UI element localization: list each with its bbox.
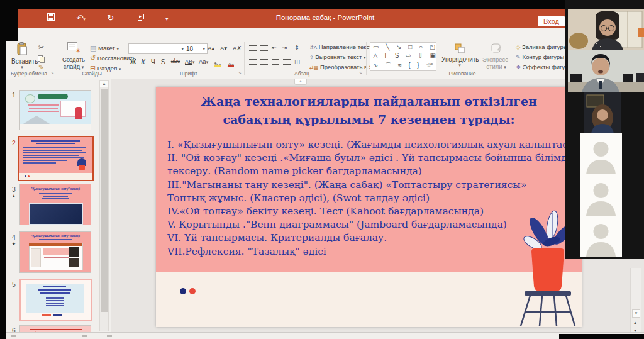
shrink-font-icon[interactable]: А▾ xyxy=(220,45,227,52)
slides-group-label: Слайды xyxy=(60,70,123,77)
thumbnail-scrollbar-thumb[interactable] xyxy=(101,89,108,312)
shape-fill-button[interactable]: ◇ Заливка фигуры ▾ xyxy=(516,43,572,50)
highlight-color-button[interactable]: ✎▾ xyxy=(214,58,221,69)
shapes-scroll-up-icon[interactable]: ∧ xyxy=(430,43,433,48)
change-case-button[interactable]: Aa▾ xyxy=(199,58,208,65)
avatar-placeholder-icon[interactable] xyxy=(580,133,622,174)
bullets-icon[interactable] xyxy=(249,45,257,51)
paste-button[interactable]: Вставить ▾ xyxy=(11,42,33,70)
slide-thumbnail-1[interactable] xyxy=(19,90,91,130)
cut-icon[interactable]: ✂ xyxy=(36,43,46,52)
thumb-number-2: 2 xyxy=(9,139,18,147)
avatar-placeholder-icon[interactable] xyxy=(580,175,622,216)
thumb-number-5: 5 xyxy=(9,281,18,288)
numbering-icon[interactable] xyxy=(260,45,268,51)
decor-dot-navy xyxy=(180,288,186,294)
ribbon: Вставить ▾ ✂ ✎ Буфер обмена ↘ ✶ Создать … xyxy=(6,41,644,79)
webcam-woman-glasses xyxy=(568,9,644,50)
decor-dot-red xyxy=(189,288,196,294)
quick-styles-button[interactable]: Экспресс- стили ▾ xyxy=(480,43,512,70)
screen-mask-bottom xyxy=(559,334,644,339)
new-slide-icon: ✶ xyxy=(67,42,80,53)
thumb-3-animation-star-icon: ★ xyxy=(9,194,18,199)
clipboard-icon xyxy=(16,42,28,55)
participant-placeholders xyxy=(580,133,622,257)
slide-thumbnail-2-selected[interactable] xyxy=(18,136,94,181)
thumb-number-1: 1 xyxy=(9,91,18,99)
align-right-icon[interactable] xyxy=(272,59,279,65)
svg-text:✶: ✶ xyxy=(75,47,80,53)
clear-formatting-icon[interactable]: А✗ xyxy=(233,45,242,52)
powerpoint-window: ↶▾ ↻ ▾ Понорама сабақ - PowerPoint Вход … xyxy=(6,9,644,339)
italic-button[interactable]: К xyxy=(138,58,148,65)
sign-in-button[interactable]: Вход xyxy=(538,16,565,26)
paragraph-group-label: Абзац xyxy=(277,70,327,77)
slide-title: Жаңа техналогияларды пайдаланып өткізілг… xyxy=(156,92,582,129)
slide-area-scrollbar[interactable]: ▼ ▲ ▼ xyxy=(630,268,641,333)
shapes-more-icon[interactable]: ≡ xyxy=(430,62,433,66)
layout-button[interactable]: ▤ Макет ▾ xyxy=(90,44,119,52)
participant-video-1[interactable] xyxy=(568,9,644,50)
align-text-button[interactable]: ⇳ Выровнять текст ▾ xyxy=(309,53,366,60)
quick-styles-icon xyxy=(491,43,502,53)
avatar-placeholder-icon[interactable] xyxy=(580,216,622,257)
character-spacing-button[interactable]: АВ▾ xyxy=(185,58,195,65)
status-glyph xyxy=(107,335,112,337)
font-color-button[interactable]: А▾ xyxy=(228,58,234,69)
bold-button[interactable]: Ж xyxy=(128,58,138,65)
scrollbar-down-icon[interactable]: ▼ xyxy=(632,309,640,318)
webcam-man-suit xyxy=(568,50,644,92)
align-center-icon[interactable] xyxy=(260,59,268,65)
shape-outline-button[interactable]: ✎ Контур фигуры ▾ xyxy=(516,53,568,60)
status-glyph xyxy=(82,335,87,337)
font-name-combobox[interactable]: ▾ xyxy=(128,43,186,54)
participant-video-2[interactable] xyxy=(568,50,644,92)
justify-icon[interactable] xyxy=(283,59,291,65)
increase-indent-icon[interactable]: ⇥ xyxy=(282,44,287,51)
strikethrough-button[interactable]: abc xyxy=(169,58,182,64)
slide-thumbnail-panel: 1 2 xyxy=(6,79,111,333)
status-glyph xyxy=(11,335,16,337)
thumb-4-animation-star-icon: ★ xyxy=(9,242,18,247)
workspace: 1 2 xyxy=(6,79,644,333)
video-participants-strip xyxy=(565,0,644,259)
thumbnail-scrollbar[interactable]: ▲ xyxy=(99,80,109,331)
text-direction-button[interactable]: ⇵А Направление текста ▾ xyxy=(309,43,379,50)
grow-font-icon[interactable]: А▴ xyxy=(208,45,214,52)
font-size-combobox[interactable]: 18▾ xyxy=(184,43,208,54)
columns-icon[interactable]: ◫ xyxy=(294,58,300,65)
clipboard-dialog-launcher[interactable]: ↘ xyxy=(50,70,54,75)
underline-button[interactable]: Ч xyxy=(148,58,158,65)
decrease-indent-icon[interactable]: ⇤ xyxy=(272,44,277,51)
screen: { "app": { "title": "Понорама сабақ - Po… xyxy=(0,0,644,339)
align-left-icon[interactable] xyxy=(249,59,257,65)
drawing-group-label: Рисование xyxy=(434,70,491,77)
previous-slide-button[interactable]: ▲ xyxy=(633,321,637,325)
line-spacing-icon[interactable]: ⇕ xyxy=(294,44,299,51)
titlebar: ↶▾ ↻ ▾ Понорама сабақ - PowerPoint Вход xyxy=(6,9,644,28)
new-slide-button[interactable]: ✶ Создать слайд ▾ xyxy=(60,42,87,70)
slide-thumbnail-5[interactable] xyxy=(19,279,92,321)
slide-thumbnail-4[interactable]: "Қызығушылығын ояту" кезеңі xyxy=(19,231,91,273)
thumbnail-scroll-up-icon[interactable]: ▲ xyxy=(100,81,108,87)
webcam-woman-dark-room xyxy=(584,92,621,133)
font-dialog-launcher[interactable]: ↘ xyxy=(238,70,242,75)
font-group-label: Шрифт xyxy=(157,70,220,77)
participant-video-3[interactable] xyxy=(584,92,621,133)
clipboard-group-label: Буфер обмена xyxy=(6,70,52,77)
current-slide[interactable]: Жаңа техналогияларды пайдаланып өткізілг… xyxy=(156,87,582,327)
arrange-button[interactable]: Упорядочить ▾ xyxy=(441,43,478,68)
collapse-ribbon-tab[interactable]: ∧ xyxy=(294,79,307,85)
thumb-number-4: 4 xyxy=(9,233,18,241)
screen-mask-corner xyxy=(0,0,18,41)
arrange-icon xyxy=(454,43,465,53)
status-bar xyxy=(6,332,644,339)
slide-thumbnail-3[interactable]: "Қызығушылығын ояту" кезеңі xyxy=(19,184,91,225)
paragraph-dialog-launcher[interactable]: ↘ xyxy=(358,70,362,75)
shapes-gallery[interactable]: ▭ ╲ ↘ □ ○ ▢ △ Γ S ⇨ ⇩ ▣ ∿ ⌒ ≈ { } ☆ ∧ ∨ … xyxy=(370,42,436,71)
thumb-number-3: 3 xyxy=(9,186,18,193)
shapes-scroll-down-icon[interactable]: ∨ xyxy=(430,52,433,57)
text-shadow-button[interactable]: S xyxy=(158,58,168,65)
